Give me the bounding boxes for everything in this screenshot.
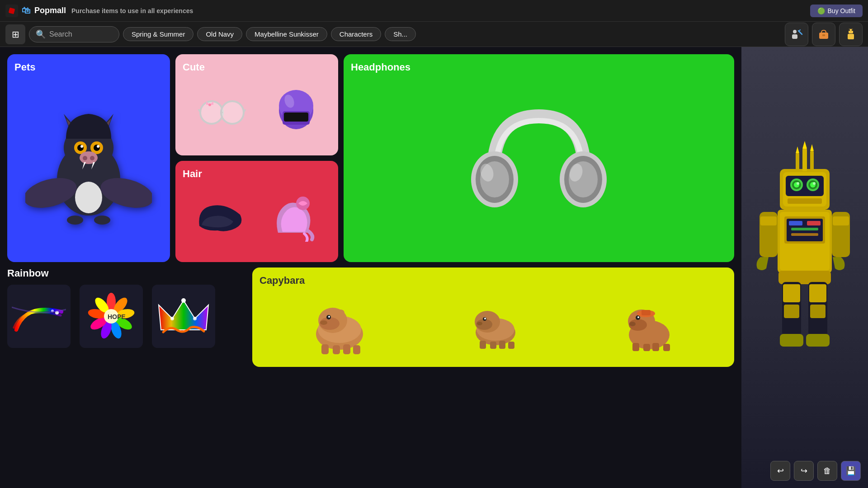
svg-marker-131 — [810, 144, 814, 151]
rainbow-item-flower[interactable]: HOPE — [80, 285, 143, 348]
content-area: Pets — [0, 47, 741, 488]
rainbow-title: Rainbow — [7, 267, 247, 279]
nav-tag-more[interactable]: Sh... — [385, 27, 416, 41]
svg-rect-126 — [796, 153, 799, 171]
card-cute[interactable]: Cute — [175, 54, 338, 155]
svg-rect-141 — [784, 305, 799, 318]
rainbow-item-crown[interactable] — [152, 285, 215, 348]
svg-point-70 — [193, 317, 197, 320]
svg-rect-2 — [792, 34, 797, 39]
svg-rect-142 — [810, 305, 826, 318]
character-figure — [750, 128, 859, 384]
svg-point-31 — [67, 216, 83, 225]
svg-rect-128 — [810, 151, 814, 171]
svg-point-26 — [83, 156, 87, 160]
svg-rect-139 — [783, 284, 800, 302]
app-tagline: Purchase items to use in all experiences — [71, 7, 193, 14]
navbar: ⊞ 🔍 Spring & Summer Old Navy Maybelline … — [0, 22, 868, 47]
svg-point-101 — [629, 322, 636, 326]
bag-icon: 🛍 — [22, 5, 31, 16]
svg-point-69 — [170, 317, 174, 320]
headphones-image — [351, 77, 727, 255]
svg-rect-6 — [822, 34, 825, 36]
svg-rect-91 — [490, 342, 496, 349]
svg-rect-79 — [321, 344, 329, 354]
svg-rect-134 — [760, 216, 777, 225]
hair-items — [183, 183, 331, 255]
svg-rect-140 — [809, 284, 826, 302]
svg-line-3 — [798, 31, 802, 34]
buy-outfit-button[interactable]: 🟢 Buy Outfit — [810, 5, 863, 17]
redo-button[interactable]: ↪ — [794, 461, 814, 481]
card-hair[interactable]: Hair — [175, 161, 338, 262]
search-box[interactable]: 🔍 — [29, 26, 119, 42]
capybara-items — [259, 290, 727, 360]
svg-rect-81 — [343, 344, 350, 354]
logo-area: 🛍 Popmall Purchase items to use in all e… — [5, 5, 193, 17]
undo-button[interactable]: ↩ — [770, 461, 790, 481]
svg-point-23 — [80, 145, 83, 148]
svg-rect-110 — [789, 221, 802, 225]
svg-marker-129 — [796, 146, 799, 153]
svg-rect-144 — [806, 334, 830, 347]
delete-button[interactable]: 🗑 — [817, 461, 837, 481]
card-headphones[interactable]: Headphones — [344, 54, 734, 262]
svg-rect-113 — [791, 233, 818, 236]
svg-point-30 — [75, 182, 102, 213]
svg-rect-92 — [499, 341, 505, 349]
app-name: Popmall — [34, 6, 66, 15]
nav-tag-characters[interactable]: Characters — [331, 27, 381, 41]
cute-items — [183, 77, 331, 148]
svg-point-88 — [484, 318, 486, 319]
hair-title: Hair — [183, 168, 331, 180]
svg-marker-130 — [802, 141, 807, 149]
svg-rect-103 — [643, 344, 650, 351]
svg-rect-10 — [852, 29, 853, 31]
svg-line-4 — [799, 30, 800, 31]
svg-rect-105 — [663, 344, 670, 351]
search-icon: 🔍 — [36, 29, 46, 39]
svg-point-34 — [221, 101, 244, 124]
svg-point-78 — [336, 310, 344, 316]
svg-rect-0 — [9, 7, 15, 14]
nav-tag-spring[interactable]: Spring & Summer — [123, 27, 193, 41]
svg-rect-100 — [642, 310, 651, 315]
svg-rect-80 — [333, 345, 340, 354]
bottom-row: Rainbow — [7, 267, 734, 367]
card-pets[interactable]: Pets — [7, 54, 170, 262]
topbar: 🛍 Popmall Purchase items to use in all e… — [0, 0, 868, 22]
card-capybara[interactable]: Capybara — [252, 267, 734, 367]
svg-rect-135 — [833, 216, 849, 225]
avatar-accessories-icon-btn[interactable] — [785, 23, 808, 46]
pets-title: Pets — [14, 61, 163, 73]
main-content: Pets — [0, 47, 868, 488]
svg-point-89 — [477, 322, 482, 325]
search-input[interactable] — [49, 30, 108, 38]
svg-rect-82 — [353, 345, 360, 354]
svg-point-68 — [181, 298, 186, 303]
svg-rect-127 — [802, 149, 807, 171]
roblox-icon — [5, 5, 18, 17]
svg-rect-93 — [508, 342, 514, 349]
bag-inventory-icon-btn[interactable] — [812, 23, 835, 46]
save-button[interactable]: 💾 — [841, 461, 861, 481]
svg-point-77 — [320, 320, 327, 325]
rainbow-item-trail[interactable] — [7, 285, 71, 348]
character-icon-btn[interactable] — [839, 23, 863, 46]
svg-point-76 — [328, 316, 330, 318]
buy-outfit-label: Buy Outfit — [828, 7, 855, 14]
nav-tag-old-navy[interactable]: Old Navy — [197, 27, 242, 41]
svg-point-32 — [94, 216, 110, 225]
pet-image — [14, 77, 163, 255]
svg-point-25 — [80, 151, 98, 164]
svg-point-27 — [90, 156, 94, 160]
svg-rect-44 — [284, 113, 308, 122]
grid-view-button[interactable]: ⊞ — [5, 24, 25, 44]
character-panel: ↩ ↪ 🗑 💾 — [741, 47, 868, 488]
svg-rect-104 — [652, 343, 659, 351]
cute-hair-column: Cute — [175, 54, 338, 262]
svg-point-120 — [797, 182, 799, 185]
svg-rect-8 — [848, 34, 854, 39]
svg-point-1 — [793, 30, 797, 33]
nav-tag-maybelline[interactable]: Maybelline Sunkisser — [246, 27, 327, 41]
